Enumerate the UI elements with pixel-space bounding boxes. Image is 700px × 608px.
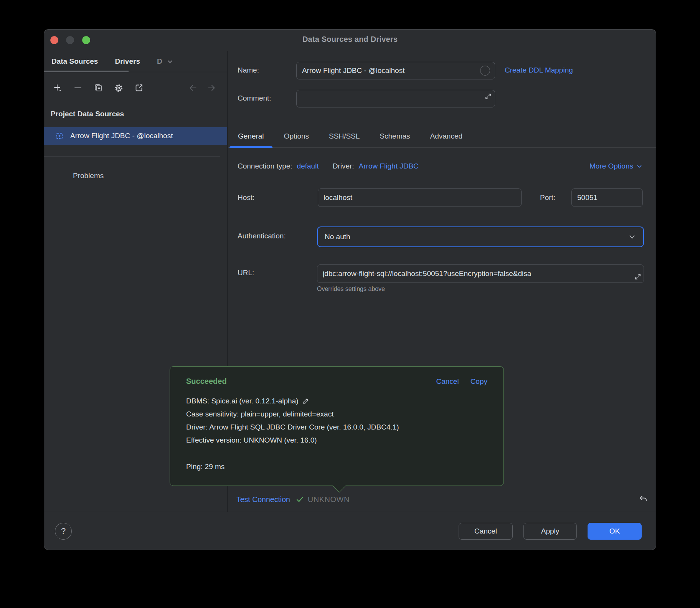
duplicate-icon[interactable] <box>93 83 103 93</box>
tab-data-sources[interactable]: Data Sources <box>51 57 98 66</box>
remove-data-source-icon[interactable] <box>73 83 83 93</box>
edit-pencil-icon[interactable] <box>302 397 310 405</box>
popup-cancel-link[interactable]: Cancel <box>436 377 459 386</box>
desktop-background: Data Sources and Drivers Data Sources Dr… <box>0 0 700 608</box>
export-ddl-icon[interactable] <box>134 83 144 93</box>
create-ddl-mapping-link[interactable]: Create DDL Mapping <box>505 66 573 74</box>
sidebar-toolbar <box>53 79 216 97</box>
tab-drivers[interactable]: Drivers <box>115 57 140 66</box>
tab-ddl-label: D <box>157 57 162 66</box>
url-input[interactable]: jdbc:arrow-flight-sql://localhost:50051?… <box>317 264 644 283</box>
more-options-link[interactable]: More Options <box>589 162 643 170</box>
active-tab-underline <box>44 71 129 72</box>
connection-type-label: Connection type: <box>238 162 292 170</box>
url-label: URL: <box>238 269 254 277</box>
gear-icon[interactable] <box>114 83 124 93</box>
checkmark-icon <box>295 495 304 504</box>
settings-tab-strip: General Options SSH/SSL Schemas Advanced <box>228 125 656 148</box>
popup-status-succeeded: Succeeded <box>186 377 227 386</box>
popup-line-dbms: DBMS: Spice.ai (ver. 0.12.1-alpha) <box>186 395 492 408</box>
popup-copy-link[interactable]: Copy <box>471 377 487 386</box>
url-overrides-hint: Overrides settings above <box>317 286 385 292</box>
data-source-list-item-selected[interactable]: Arrow Flight JDBC - @localhost <box>44 127 227 145</box>
host-value: localhost <box>324 193 352 202</box>
test-connection-row: Test Connection UNKNOWN <box>236 493 648 506</box>
test-connection-status: UNKNOWN <box>308 495 350 504</box>
url-value: jdbc:arrow-flight-sql://localhost:50051?… <box>323 269 531 278</box>
comment-input[interactable] <box>296 90 495 107</box>
sidebar-divider <box>44 156 220 157</box>
chevron-down-icon <box>628 233 636 241</box>
tab-ssh-ssl[interactable]: SSH/SSL <box>320 125 368 148</box>
host-input[interactable]: localhost <box>318 188 522 207</box>
sidebar-tab-strip: Data Sources Drivers D <box>44 51 227 72</box>
host-label: Host: <box>238 193 254 202</box>
popup-line-ping: Ping: 29 ms <box>186 460 492 473</box>
tab-advanced[interactable]: Advanced <box>422 125 471 148</box>
driver-label: Driver: <box>333 162 354 170</box>
more-options-label: More Options <box>589 162 633 170</box>
window-title: Data Sources and Drivers <box>44 35 656 44</box>
name-progress-circle-icon <box>480 66 490 76</box>
authentication-value: No auth <box>325 233 350 241</box>
name-input[interactable]: Arrow Flight JDBC - @localhost <box>296 62 495 79</box>
arrow-flight-datasource-icon <box>55 132 64 140</box>
tab-options[interactable]: Options <box>276 125 317 148</box>
tab-ddl-truncated[interactable]: D <box>157 57 174 66</box>
add-data-source-icon[interactable] <box>53 83 63 93</box>
tab-schemas[interactable]: Schemas <box>371 125 418 148</box>
help-button[interactable]: ? <box>55 523 72 540</box>
project-data-sources-heading: Project Data Sources <box>51 110 124 118</box>
connection-type-row: Connection type: default Driver: Arrow F… <box>238 161 643 171</box>
authentication-label: Authentication: <box>238 232 286 240</box>
port-input[interactable]: 50051 <box>571 188 643 207</box>
popup-line-driver: Driver: Arrow Flight SQL JDBC Driver Cor… <box>186 421 492 434</box>
apply-button[interactable]: Apply <box>523 523 577 540</box>
ok-button[interactable]: OK <box>588 523 642 540</box>
port-label: Port: <box>540 193 555 202</box>
tab-general[interactable]: General <box>229 125 272 148</box>
dialog-footer: ? Cancel Apply OK <box>44 512 656 550</box>
connection-type-value-link[interactable]: default <box>297 162 319 170</box>
popup-actions: Cancel Copy <box>436 377 487 386</box>
cancel-button[interactable]: Cancel <box>459 523 513 540</box>
driver-value-link[interactable]: Arrow Flight JDBC <box>359 162 419 170</box>
popup-detail-lines: DBMS: Spice.ai (ver. 0.12.1-alpha) Case … <box>186 395 492 473</box>
data-sources-dialog: Data Sources and Drivers Data Sources Dr… <box>44 29 656 550</box>
port-value: 50051 <box>577 193 598 202</box>
authentication-dropdown[interactable]: No auth <box>317 226 644 247</box>
test-connection-result-popup: Succeeded Cancel Copy DBMS: Spice.ai (ve… <box>170 366 504 486</box>
comment-label: Comment: <box>238 94 271 102</box>
popup-line-dbms-text: DBMS: Spice.ai (ver. 0.12.1-alpha) <box>186 395 299 408</box>
popup-line-case-sensitivity: Case sensitivity: plain=upper, delimited… <box>186 408 492 421</box>
popup-line-effective-version: Effective version: UNKNOWN (ver. 16.0) <box>186 434 492 447</box>
name-label: Name: <box>238 66 259 74</box>
name-value: Arrow Flight JDBC - @localhost <box>302 66 404 75</box>
back-arrow-icon[interactable] <box>188 83 198 93</box>
chevron-down-icon <box>636 163 643 170</box>
test-connection-link[interactable]: Test Connection <box>236 495 290 504</box>
footer-buttons: Cancel Apply OK <box>459 523 642 540</box>
expand-editor-icon[interactable] <box>485 93 492 100</box>
chevron-down-icon <box>166 58 174 65</box>
sidebar-item-problems[interactable]: Problems <box>73 172 104 180</box>
data-source-item-label: Arrow Flight JDBC - @localhost <box>70 132 173 140</box>
undo-icon[interactable] <box>638 494 648 505</box>
expand-editor-icon[interactable] <box>634 273 641 280</box>
titlebar: Data Sources and Drivers <box>44 30 656 51</box>
forward-arrow-icon[interactable] <box>206 83 216 93</box>
